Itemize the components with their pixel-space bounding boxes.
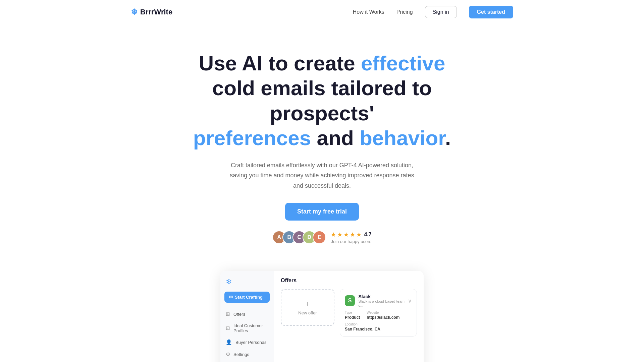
hero-section: Use AI to create effective cold emails t… xyxy=(0,24,644,264)
star-1: ★ xyxy=(331,231,336,238)
rating-label: Join our happy users xyxy=(331,239,371,244)
logo-text: BrrrWrite xyxy=(140,8,172,16)
sidebar-item-icp[interactable]: ⊡ Ideal Customer Profiles xyxy=(220,320,274,336)
offer-type-item: Type Product xyxy=(345,311,360,320)
email-icon: ✉ xyxy=(229,295,233,300)
hero-title-part1: Use AI to create xyxy=(199,52,361,75)
start-crafting-label: Start Crafting xyxy=(235,295,263,300)
star-half: ★ xyxy=(356,231,362,238)
star-2: ★ xyxy=(337,231,342,238)
start-crafting-button[interactable]: ✉ Start Crafting xyxy=(224,292,270,303)
sidebar-settings-label: Settings xyxy=(233,352,249,357)
hero-title: Use AI to create effective cold emails t… xyxy=(188,51,456,151)
logo[interactable]: ❄ BrrrWrite xyxy=(131,7,172,17)
offer-location-value: San Francisco, CA xyxy=(345,327,412,331)
user-icon: 👤 xyxy=(226,339,232,345)
plus-icon: + xyxy=(306,300,310,308)
offer-website-item: Website https://slack.com xyxy=(367,311,399,320)
offers-title: Offers xyxy=(281,278,417,284)
sidebar-item-offers[interactable]: ⊞ Offers xyxy=(220,308,274,320)
offer-website-label: Website xyxy=(367,311,399,314)
offer-card-name: Slack xyxy=(358,294,408,299)
sidebar-item-settings[interactable]: ⚙ Settings xyxy=(220,348,274,360)
hero-title-part3: and xyxy=(311,126,360,149)
offer-location-label: Location xyxy=(345,322,412,326)
offer-detail-row-1: Type Product Website https://slack.com xyxy=(345,311,412,320)
nav-how-it-works[interactable]: How it Works xyxy=(353,9,384,15)
sidebar-item-buyer-personas[interactable]: 👤 Buyer Personas xyxy=(220,336,274,348)
hero-title-period: . xyxy=(445,126,451,149)
user-avatars: A B C D E xyxy=(272,231,326,244)
offer-type-value: Product xyxy=(345,315,360,320)
hero-title-highlight3: behavior xyxy=(360,126,445,149)
nav-pricing[interactable]: Pricing xyxy=(396,9,413,15)
hero-subtitle: Craft tailored emails effortlessly with … xyxy=(228,160,416,191)
signin-button[interactable]: Sign in xyxy=(425,6,457,18)
rating-row: A B C D E ★ ★ ★ ★ ★ 4.7 Join our happy u… xyxy=(67,231,577,244)
star-4: ★ xyxy=(350,231,355,238)
target-icon: ⊡ xyxy=(226,325,230,331)
sidebar-logo: ❄ xyxy=(220,278,274,292)
app-preview-wrapper: ❄ ✉ Start Crafting ⊞ Offers ⊡ Ideal Cust… xyxy=(0,264,644,362)
free-trial-button[interactable]: Start my free trial xyxy=(285,203,359,221)
snowflake-icon: ❄ xyxy=(131,7,138,17)
gear-icon: ⚙ xyxy=(226,351,230,357)
offer-type-label: Type xyxy=(345,311,360,314)
offer-card-info: Slack Slack is a cloud-based team c... xyxy=(358,294,408,307)
offer-card-slack[interactable]: S Slack Slack is a cloud-based team c...… xyxy=(340,289,417,337)
offer-card-brand: S Slack Slack is a cloud-based team c... xyxy=(345,294,408,307)
grid-icon: ⊞ xyxy=(226,311,230,317)
avatar-5: E xyxy=(313,231,326,244)
get-started-button[interactable]: Get started xyxy=(469,6,513,18)
app-main: Offers + New offer S Slack Slack is a cl… xyxy=(274,271,424,362)
hero-title-highlight1: effective xyxy=(361,52,445,75)
hero-title-highlight2: preferences xyxy=(193,126,311,149)
offer-website-value: https://slack.com xyxy=(367,315,399,320)
hero-title-part2: cold emails tailored to prospects' xyxy=(212,76,432,124)
nav-links: How it Works Pricing Sign in Get started xyxy=(353,6,513,18)
sidebar-icp-label: Ideal Customer Profiles xyxy=(233,323,268,333)
new-offer-card[interactable]: + New offer xyxy=(281,289,334,326)
sidebar-offers-label: Offers xyxy=(233,312,245,317)
app-preview: ❄ ✉ Start Crafting ⊞ Offers ⊡ Ideal Cust… xyxy=(220,271,424,362)
offer-card-header: S Slack Slack is a cloud-based team c...… xyxy=(345,294,412,307)
chevron-down-icon: ∨ xyxy=(408,298,412,304)
rating-info: ★ ★ ★ ★ ★ 4.7 Join our happy users xyxy=(331,231,371,244)
app-sidebar: ❄ ✉ Start Crafting ⊞ Offers ⊡ Ideal Cust… xyxy=(220,271,274,362)
navbar: ❄ BrrrWrite How it Works Pricing Sign in… xyxy=(0,0,644,24)
offer-location-item: Location San Francisco, CA xyxy=(345,322,412,331)
star-rating: ★ ★ ★ ★ ★ 4.7 xyxy=(331,231,371,238)
slack-icon: S xyxy=(345,295,355,306)
rating-score: 4.7 xyxy=(364,232,371,238)
offer-card-desc: Slack is a cloud-based team c... xyxy=(358,299,408,307)
star-3: ★ xyxy=(343,231,349,238)
sidebar-buyer-label: Buyer Personas xyxy=(235,340,267,345)
sidebar-snowflake-icon: ❄ xyxy=(226,278,232,286)
offers-grid: + New offer S Slack Slack is a cloud-bas… xyxy=(281,289,417,337)
new-offer-label: New offer xyxy=(298,310,317,315)
